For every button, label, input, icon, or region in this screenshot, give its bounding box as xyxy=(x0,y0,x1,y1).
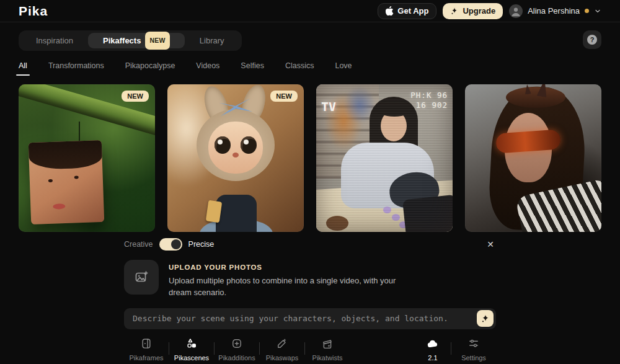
doll-phone xyxy=(206,200,223,223)
vhs-timestamp-line2: 16 902 xyxy=(410,100,448,110)
filter-love[interactable]: Love xyxy=(335,61,352,76)
header-actions: Get App Upgrade Alina Pershina xyxy=(378,3,601,19)
filter-selfies[interactable]: Selfies xyxy=(241,61,264,76)
nav-pikascenes[interactable]: Pikascenes xyxy=(169,335,214,362)
account-name: Alina Pershina xyxy=(528,6,580,16)
lips-shape xyxy=(53,203,65,210)
swaps-icon xyxy=(276,337,288,350)
vhs-timestamp-line1: PH:K 96 xyxy=(410,91,448,100)
toggle-knob xyxy=(171,239,181,249)
plan-status-dot xyxy=(585,9,589,13)
additions-icon xyxy=(231,337,243,350)
frames-icon xyxy=(140,337,153,350)
upload-description: Upload multiple photos to combine into a… xyxy=(169,275,410,299)
eye-glint xyxy=(218,140,223,144)
apple-icon xyxy=(386,6,394,16)
vhs-timestamp-overlay: PH:K 96 16 902 xyxy=(410,91,448,111)
card-new-badge: NEW xyxy=(270,91,298,102)
filter-tabs: All Transformations Pikapocalypse Videos… xyxy=(19,61,601,76)
close-icon[interactable]: ✕ xyxy=(485,239,496,250)
filter-classics[interactable]: Classics xyxy=(285,61,314,76)
get-app-button[interactable]: Get App xyxy=(378,3,436,19)
eye-glint xyxy=(244,140,249,144)
card-plush-doll[interactable]: NEW xyxy=(167,84,304,232)
card-new-badge: NEW xyxy=(122,91,149,102)
doll-eye xyxy=(215,136,231,154)
doll-eye xyxy=(241,136,257,154)
top-bar: Pika Get App Upgrade Alina Pershina xyxy=(0,0,620,22)
sliders-icon xyxy=(467,337,480,350)
creative-precise-toggle[interactable] xyxy=(159,238,182,251)
eye-shape xyxy=(48,179,53,182)
effects-card-grid: NEW NEW TV xyxy=(19,84,601,232)
sparkle-icon xyxy=(450,7,459,16)
bottom-nav-system: 2.1 Settings xyxy=(415,335,496,362)
tab-inspiration[interactable]: Inspiration xyxy=(21,33,88,48)
main-tabs-row: Inspiration Pikaffects NEW Library ? xyxy=(19,30,601,51)
bottom-nav-tools: Pikaframes Pikascenes Pikadditions Pikas… xyxy=(124,335,350,362)
upload-section: UPLOAD YOUR PHOTOS Upload multiple photo… xyxy=(124,260,496,299)
nav-label: Pikaswaps xyxy=(266,354,299,362)
prompt-input[interactable] xyxy=(133,314,477,323)
nav-pikaswaps[interactable]: Pikaswaps xyxy=(260,335,304,362)
filter-videos[interactable]: Videos xyxy=(196,61,219,76)
nav-pikaframes[interactable]: Pikaframes xyxy=(124,335,169,362)
prompt-bar xyxy=(124,308,496,329)
mode-toggle-row: Creative Precise ✕ xyxy=(124,238,496,251)
vhs-tv-overlay-text: TV xyxy=(321,99,336,114)
filter-all[interactable]: All xyxy=(19,61,27,76)
composer-panel: Creative Precise ✕ UPLOAD YOUR PHOTOS Up… xyxy=(124,238,496,329)
creative-label[interactable]: Creative xyxy=(124,240,153,249)
upgrade-button[interactable]: Upgrade xyxy=(443,3,503,19)
generate-button[interactable] xyxy=(477,310,494,327)
filter-pikapocalypse[interactable]: Pikapocalypse xyxy=(125,61,175,76)
upload-title: UPLOAD YOUR PHOTOS xyxy=(169,264,410,271)
new-badge: NEW xyxy=(145,32,169,50)
get-app-label: Get App xyxy=(397,6,428,16)
chevron-down-icon xyxy=(594,7,601,15)
main-tabs: Inspiration Pikaffects NEW Library xyxy=(19,30,242,51)
upgrade-label: Upgrade xyxy=(463,6,495,16)
cloud-icon xyxy=(426,337,440,350)
nav-label: Pikascenes xyxy=(174,354,209,362)
question-mark-icon: ? xyxy=(587,35,597,45)
doll-nose xyxy=(232,153,239,158)
settings-label: Settings xyxy=(461,354,486,362)
card-masked-warrior[interactable] xyxy=(465,84,601,232)
twists-icon xyxy=(321,337,334,350)
avatar xyxy=(509,4,523,18)
doll-body xyxy=(216,195,257,232)
pika-logo: Pika xyxy=(19,4,48,19)
tab-library[interactable]: Library xyxy=(185,33,239,48)
bottom-nav: Pikaframes Pikascenes Pikadditions Pikas… xyxy=(124,335,496,362)
face-cube xyxy=(29,140,105,224)
tab-pikaffects[interactable]: Pikaffects NEW xyxy=(88,33,185,48)
tab-pikaffects-label: Pikaffects xyxy=(103,33,141,48)
image-plus-icon xyxy=(134,270,149,285)
hair-shape xyxy=(29,140,102,170)
upload-photos-button[interactable] xyxy=(124,260,159,295)
sparkle-icon xyxy=(480,314,490,324)
card-jungle-face-cube[interactable]: NEW xyxy=(19,84,155,232)
nav-pikadditions[interactable]: Pikadditions xyxy=(215,335,259,362)
model-version-item[interactable]: 2.1 xyxy=(415,335,451,362)
precise-label[interactable]: Precise xyxy=(188,240,215,249)
account-menu[interactable]: Alina Pershina xyxy=(509,4,601,18)
filter-transformations[interactable]: Transformations xyxy=(48,61,104,76)
nav-label: Pikaframes xyxy=(129,354,163,362)
scenes-icon xyxy=(185,337,198,350)
nav-label: Pikatwists xyxy=(312,354,343,362)
model-version-label: 2.1 xyxy=(428,354,437,362)
tab-library-label: Library xyxy=(200,33,224,48)
nav-pikatwists[interactable]: Pikatwists xyxy=(305,335,350,362)
warrior-headpiece xyxy=(506,87,565,108)
card-vhs-store-scene[interactable]: TV PH:K 96 16 902 xyxy=(316,84,453,232)
tab-inspiration-label: Inspiration xyxy=(36,33,73,48)
eye-shape xyxy=(74,175,79,179)
nav-settings[interactable]: Settings xyxy=(451,335,496,362)
nav-label: Pikadditions xyxy=(218,354,255,362)
help-button[interactable]: ? xyxy=(583,30,601,49)
upload-texts: UPLOAD YOUR PHOTOS Upload multiple photo… xyxy=(169,260,410,299)
